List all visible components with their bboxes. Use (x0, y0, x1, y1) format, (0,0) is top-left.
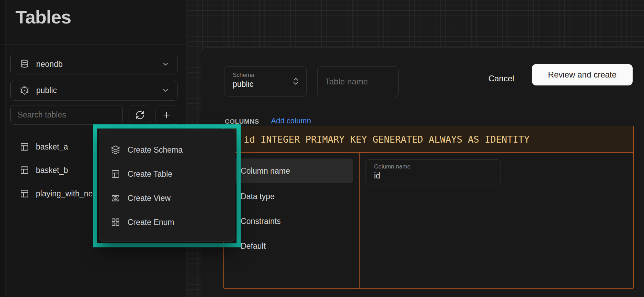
schema-picker-label: Schema (233, 71, 300, 79)
tables-page: Tables neondb public basket_a basket_b (0, 0, 644, 297)
column-name-field[interactable]: Column name (365, 159, 501, 185)
add-column-link[interactable]: Add column (271, 116, 311, 125)
table-name: basket_a (36, 142, 68, 152)
search-tables-input[interactable] (10, 105, 123, 125)
field-item-default[interactable]: Default (232, 234, 353, 258)
field-item-data-type[interactable]: Data type (232, 184, 353, 209)
field-item-column-name[interactable]: Column name (232, 158, 353, 183)
table-icon (111, 169, 120, 179)
layers-icon (111, 145, 120, 155)
table-icon (20, 189, 29, 198)
add-table-button[interactable] (155, 105, 177, 125)
create-menu: Create Schema Create Table Create View C… (99, 129, 235, 242)
column-definition-sql: id INTEGER PRIMARY KEY GENERATED ALWAYS … (244, 134, 530, 145)
grid-icon (111, 217, 120, 227)
menu-item-create-enum[interactable]: Create Enum (99, 210, 235, 234)
table-name: basket_b (36, 166, 68, 175)
refresh-icon (135, 110, 145, 120)
columns-editor: id INTEGER PRIMARY KEY GENERATED ALWAYS … (223, 126, 634, 289)
schema-select-value: public (36, 86, 161, 95)
database-icon (20, 59, 29, 69)
review-and-create-button[interactable]: Review and create (532, 64, 633, 85)
chevron-down-icon (161, 60, 170, 68)
table-icon (20, 165, 29, 175)
table-name-input[interactable] (317, 66, 399, 97)
table-list-item[interactable]: basket_a (10, 137, 96, 156)
column-definition-row[interactable]: id INTEGER PRIMARY KEY GENERATED ALWAYS … (224, 126, 633, 153)
schema-picker-value: public (233, 79, 300, 89)
cancel-button[interactable]: Cancel (479, 68, 524, 89)
schema-picker[interactable]: Schema public (224, 66, 307, 96)
menu-item-label: Create Enum (128, 218, 174, 227)
field-item-label: Column name (232, 166, 290, 176)
column-editor-body: Column name Data type Constraints Defaul… (224, 153, 633, 289)
page-title: Tables (16, 6, 71, 28)
menu-item-create-schema[interactable]: Create Schema (99, 138, 235, 162)
column-name-field-label: Column name (374, 163, 501, 171)
column-name-input[interactable] (374, 171, 488, 181)
refresh-tables-button[interactable] (129, 105, 151, 125)
schema-select[interactable]: public (10, 80, 178, 101)
column-detail-pane: Column name (360, 153, 633, 289)
table-name: playing_with_neon (36, 189, 96, 198)
sidebar-divider (0, 44, 187, 44)
left-edge-strip (0, 0, 6, 297)
database-select[interactable]: neondb (10, 54, 178, 74)
schema-icon (20, 85, 29, 95)
database-select-value: neondb (36, 60, 161, 69)
table-list-item[interactable]: playing_with_neon (10, 184, 96, 203)
table-icon (20, 142, 29, 152)
table-list-item[interactable]: basket_b (10, 161, 96, 180)
field-item-constraints[interactable]: Constraints (232, 209, 353, 234)
column-field-list: Column name Data type Constraints Defaul… (224, 153, 360, 289)
menu-item-label: Create View (128, 194, 171, 203)
chevrons-up-down-icon (291, 77, 300, 86)
menu-item-create-table[interactable]: Create Table (99, 162, 235, 186)
chevron-down-icon (161, 86, 170, 94)
menu-item-create-view[interactable]: Create View (99, 186, 235, 210)
plus-icon (162, 110, 171, 120)
menu-item-label: Create Table (128, 170, 172, 179)
eye-icon (111, 193, 120, 203)
menu-item-label: Create Schema (128, 145, 183, 155)
